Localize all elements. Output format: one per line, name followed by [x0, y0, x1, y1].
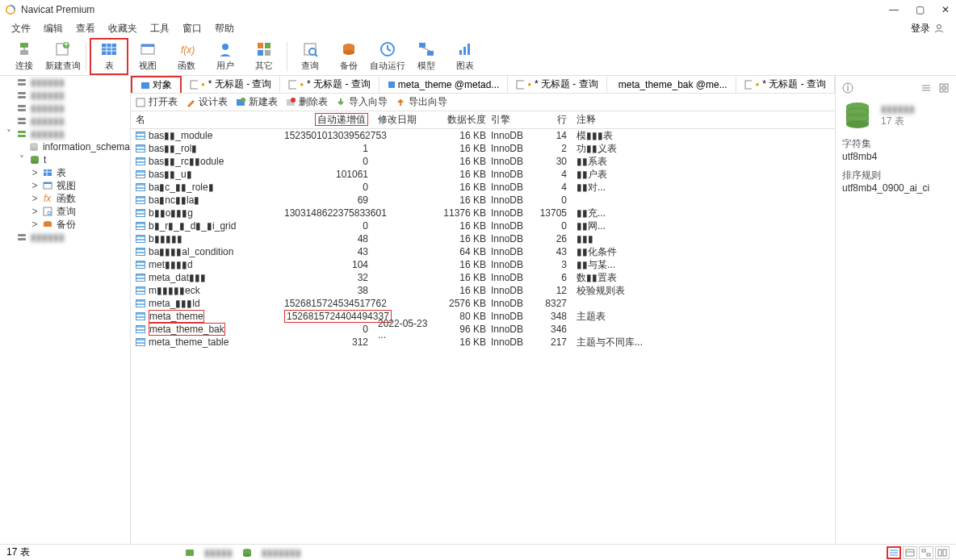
svg-rect-64	[141, 82, 149, 89]
info-icon[interactable]: i	[842, 82, 853, 94]
import-wizard-button[interactable]: 导入向导	[336, 95, 388, 109]
table-row[interactable]: bas▮▮_u▮ 101061 16 KB InnoDB 4 ▮▮户表	[131, 168, 835, 181]
collation-value: utf8mb4_0900_ai_ci	[842, 182, 950, 194]
tool-query[interactable]: 查询	[291, 38, 329, 75]
tool-function[interactable]: f(x) 函数	[167, 38, 206, 75]
database-icon	[842, 100, 873, 131]
tool-model[interactable]: 模型	[407, 38, 446, 75]
menu-view[interactable]: 查看	[69, 20, 102, 37]
tab[interactable]: 对象	[131, 76, 182, 93]
tree-item[interactable]: >表	[0, 166, 130, 179]
tab[interactable]: meta_theme @metad...	[379, 76, 509, 93]
table-row[interactable]: ba▮nc▮▮la▮ 69 16 KB InnoDB 0	[131, 194, 835, 207]
tab[interactable]: ●* 无标题 - 查询	[736, 76, 835, 93]
svg-text:i: i	[847, 82, 849, 94]
table-row[interactable]: b▮▮▮▮▮ 48 16 KB InnoDB 26 ▮▮▮	[131, 232, 835, 245]
tool-new-query[interactable]: + 新建查询	[44, 38, 82, 75]
table-row[interactable]: meta_dat▮▮▮ 32 16 KB InnoDB 6 数▮▮置表	[131, 271, 835, 284]
svg-rect-63	[18, 238, 26, 240]
table-row[interactable]: meta_theme_bak 0 2022-05-23 ... 96 KB In…	[131, 323, 835, 336]
table-row[interactable]: meta_▮▮▮ld 1526815724534517762 2576 KB I…	[131, 297, 835, 310]
tree-item[interactable]: ▮▮▮▮▮▮	[0, 231, 130, 244]
open-table-button[interactable]: 打开表	[136, 95, 178, 109]
svg-point-1	[937, 25, 941, 29]
svg-point-51	[31, 161, 39, 164]
tree-item[interactable]: ▮▮▮▮▮▮	[0, 76, 130, 89]
list-icon[interactable]	[920, 82, 932, 94]
svg-rect-45	[18, 135, 26, 137]
col-rows-header[interactable]: 行	[531, 113, 572, 127]
delete-table-button[interactable]: 删除表	[286, 95, 328, 109]
table-row[interactable]: bas▮▮_module 1523501013039562753 16 KB I…	[131, 129, 835, 142]
svg-rect-84	[945, 89, 948, 92]
svg-rect-67	[388, 81, 395, 88]
table-row[interactable]: b▮▮o▮▮▮g 1303148622375833601 11376 KB In…	[131, 207, 835, 219]
col-name-header[interactable]: 名	[131, 113, 284, 127]
menu-tools[interactable]: 工具	[144, 20, 176, 37]
login-button[interactable]: 登录	[904, 20, 951, 37]
tree-item[interactable]: >查询	[0, 205, 130, 218]
menu-window[interactable]: 窗口	[176, 20, 208, 37]
col-comment-header[interactable]: 注释	[572, 113, 835, 127]
col-engine-header[interactable]: 引擎	[491, 113, 531, 127]
tab[interactable]: ●* 无标题 - 查询	[508, 76, 606, 93]
menu-favorites[interactable]: 收藏夹	[102, 20, 144, 37]
tree-item[interactable]: ▮▮▮▮▮▮	[0, 102, 130, 115]
svg-rect-38	[18, 92, 26, 94]
new-table-button[interactable]: 新建表	[236, 95, 278, 109]
view-list-button[interactable]	[887, 546, 901, 559]
object-toolbar: 打开表 设计表 新建表 删除表 导入向导 导出向导	[131, 94, 835, 111]
table-row[interactable]: met▮▮▮▮d 104 16 KB InnoDB 3 ▮▮与某...	[131, 258, 835, 271]
tree-item[interactable]: ▮▮▮▮▮▮	[0, 115, 130, 127]
table-row[interactable]: bas▮▮_rc▮▮odule 0 16 KB InnoDB 30 ▮▮系表	[131, 155, 835, 168]
tool-user[interactable]: 用户	[206, 38, 245, 75]
tree-item[interactable]: ˅t	[0, 153, 130, 166]
maximize-button[interactable]: ▢	[914, 4, 925, 15]
tree-item[interactable]: >fx函数	[0, 192, 130, 205]
table-row[interactable]: meta_theme_table 312 16 KB InnoDB 217 主题…	[131, 336, 835, 349]
design-table-button[interactable]: 设计表	[186, 95, 228, 109]
col-date-header[interactable]: 修改日期	[373, 113, 436, 127]
tab[interactable]: ●* 无标题 - 查询	[182, 76, 280, 93]
table-row[interactable]: meta_theme 1526815724404494337 80 KB Inn…	[131, 310, 835, 323]
view-er-button[interactable]	[919, 546, 933, 559]
tree-item[interactable]: ˅▮▮▮▮▮▮	[0, 127, 130, 140]
menu-file[interactable]: 文件	[5, 20, 37, 37]
menu-edit[interactable]: 编辑	[37, 20, 69, 37]
svg-rect-18	[265, 43, 270, 48]
tool-autorun[interactable]: 自动运行	[368, 38, 407, 75]
tool-backup[interactable]: 备份	[329, 38, 368, 75]
svg-rect-62	[18, 234, 26, 236]
table-row[interactable]: bas▮▮_rol▮ 1 16 KB InnoDB 2 功▮▮义表	[131, 142, 835, 155]
tool-connect[interactable]: 连接	[5, 38, 44, 75]
table-row[interactable]: ba▮c_▮▮_role▮ 0 16 KB InnoDB 4 ▮▮对...	[131, 181, 835, 194]
tab[interactable]: ●* 无标题 - 查询	[280, 76, 379, 93]
close-button[interactable]: ✕	[940, 4, 951, 15]
tool-other[interactable]: 其它	[245, 38, 283, 75]
tab[interactable]: meta_theme_bak @me...	[607, 76, 736, 93]
table-row[interactable]: b▮_r▮_▮_d▮_▮i_grid 0 16 KB InnoDB 0 ▮▮网.…	[131, 219, 835, 232]
tool-view[interactable]: 视图	[128, 38, 167, 75]
view-split-button[interactable]	[935, 546, 950, 559]
col-autoinc-header[interactable]: 自动递增值	[284, 113, 373, 127]
table-header: 名 自动递增值 修改日期 数据长度 引擎 行 注释	[131, 111, 835, 129]
export-wizard-button[interactable]: 导出向导	[396, 95, 447, 109]
table-row[interactable]: m▮▮▮▮▮eck 38 16 KB InnoDB 12 校验规则表	[131, 284, 835, 297]
view-detail-button[interactable]	[903, 546, 917, 559]
tree-item[interactable]: >备份	[0, 218, 130, 231]
tree-item[interactable]: ▮▮▮▮▮▮	[0, 89, 130, 102]
tool-table[interactable]: 表	[90, 38, 128, 75]
minimize-button[interactable]: —	[888, 4, 899, 15]
tool-chart[interactable]: 图表	[446, 38, 484, 75]
col-len-header[interactable]: 数据长度	[436, 113, 491, 127]
tree-item[interactable]: information_schema	[0, 140, 130, 153]
menu-help[interactable]: 帮助	[208, 20, 241, 37]
svg-point-26	[343, 50, 354, 55]
table-body: bas▮▮_module 1523501013039562753 16 KB I…	[131, 129, 835, 544]
grid-icon[interactable]	[938, 82, 950, 94]
connection-tree: ▮▮▮▮▮▮▮▮▮▮▮▮▮▮▮▮▮▮▮▮▮▮▮▮˅▮▮▮▮▮▮informati…	[0, 76, 131, 544]
svg-rect-99	[922, 550, 925, 552]
svg-rect-8	[102, 44, 116, 55]
table-row[interactable]: ba▮▮▮▮al_condition 43 64 KB InnoDB 43 ▮▮…	[131, 245, 835, 258]
tree-item[interactable]: >视图	[0, 179, 130, 192]
